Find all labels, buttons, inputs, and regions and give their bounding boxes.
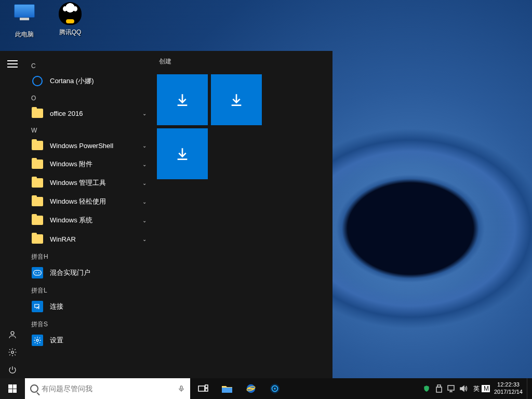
desktop-icons: 此电脑 腾讯QQ — [6, 2, 88, 39]
app-item-ease-of-access[interactable]: Windows 轻松使用 ⌄ — [25, 192, 154, 211]
taskbar-clock[interactable]: 12:22:33 2017/12/14 — [490, 381, 527, 396]
svg-rect-18 — [448, 385, 454, 390]
tile-download-2[interactable] — [211, 74, 262, 125]
app-label: Windows 管理工具 — [50, 178, 106, 188]
list-header[interactable]: C — [31, 62, 154, 70]
search-input[interactable] — [42, 384, 175, 393]
svg-point-0 — [11, 331, 14, 335]
tray-volume-icon[interactable] — [460, 384, 468, 393]
chevron-down-icon: ⌄ — [142, 162, 147, 167]
app-label: 设置 — [50, 336, 63, 345]
folder-icon — [31, 233, 44, 245]
list-header[interactable]: 拼音S — [31, 320, 154, 329]
tiles-group-header[interactable]: 创建 — [157, 57, 332, 66]
tray-usb-icon[interactable] — [435, 384, 443, 393]
folder-icon — [31, 177, 44, 189]
ime-language[interactable]: 英 — [471, 384, 482, 393]
mixed-reality-icon — [31, 267, 44, 279]
svg-rect-8 — [198, 386, 205, 391]
tile-download-3[interactable] — [157, 128, 208, 179]
desktop-icon-qq[interactable]: 腾讯QQ — [52, 2, 88, 39]
app-label: 连接 — [50, 302, 63, 311]
svg-rect-9 — [205, 385, 208, 388]
svg-point-1 — [11, 351, 14, 354]
tiles-grid — [157, 74, 266, 179]
clock-time: 12:22:33 — [494, 381, 523, 389]
start-button[interactable] — [0, 378, 25, 399]
settings-gear-icon[interactable] — [7, 347, 18, 357]
list-header[interactable]: W — [31, 127, 154, 134]
taskbar: 英 M 12:22:33 2017/12/14 — [0, 378, 532, 399]
tile-download-1[interactable] — [157, 74, 208, 125]
chevron-down-icon: ⌄ — [142, 143, 147, 149]
windows-logo-icon — [8, 384, 17, 393]
svg-rect-2 — [34, 270, 42, 275]
user-account-icon[interactable] — [7, 329, 18, 340]
svg-point-4 — [38, 272, 39, 273]
app-label: office 2016 — [50, 110, 83, 117]
qq-icon — [58, 2, 83, 27]
app-item-powershell[interactable]: Windows PowerShell ⌄ — [25, 136, 154, 155]
start-menu: C Cortana (小娜) O office 2016 ⌄ W Windows… — [0, 51, 332, 378]
clock-date: 2017/12/14 — [494, 389, 523, 396]
connect-icon — [31, 300, 44, 313]
folder-icon — [31, 158, 44, 170]
microphone-icon[interactable] — [178, 383, 185, 394]
desktop-icon-label: 此电脑 — [6, 30, 43, 39]
search-box[interactable] — [25, 378, 190, 399]
chevron-down-icon: ⌄ — [142, 111, 147, 116]
svg-rect-17 — [436, 387, 442, 392]
tray-network-icon[interactable] — [447, 384, 456, 393]
svg-rect-7 — [180, 386, 182, 389]
settings-tile-icon — [31, 334, 44, 347]
app-item-mixed-reality[interactable]: 混合实现门户 — [25, 263, 154, 282]
app-item-accessories[interactable]: Windows 附件 ⌄ — [25, 155, 154, 174]
desktop-icon-this-pc[interactable]: 此电脑 — [6, 2, 43, 39]
app-label: Cortana (小娜) — [50, 76, 94, 86]
folder-icon — [31, 107, 44, 119]
start-menu-tiles: 创建 — [154, 51, 332, 378]
folder-icon — [31, 214, 44, 227]
ime-indicator[interactable]: M — [482, 385, 490, 392]
desktop-icon-label: 腾讯QQ — [52, 28, 88, 37]
folder-icon — [31, 195, 44, 208]
app-item-cortana[interactable]: Cortana (小娜) — [25, 72, 154, 90]
cortana-icon — [31, 75, 44, 87]
app-label: Windows 系统 — [50, 216, 92, 225]
taskbar-browser[interactable] — [263, 378, 287, 399]
app-item-winrar[interactable]: WinRAR ⌄ — [25, 230, 154, 248]
power-icon[interactable] — [7, 365, 18, 375]
app-label: Windows PowerShell — [50, 142, 113, 150]
list-header[interactable]: 拼音H — [31, 252, 154, 261]
app-item-admin-tools[interactable]: Windows 管理工具 ⌄ — [25, 174, 154, 192]
start-menu-rail — [0, 51, 25, 378]
app-item-windows-system[interactable]: Windows 系统 ⌄ — [25, 211, 154, 230]
tray-icons — [419, 384, 471, 393]
svg-point-15 — [274, 388, 276, 390]
app-item-connect[interactable]: 连接 — [25, 297, 154, 316]
app-label: Windows 附件 — [50, 159, 92, 169]
tray-security-icon[interactable] — [422, 384, 431, 393]
folder-icon — [31, 139, 44, 152]
svg-point-6 — [36, 339, 38, 341]
chevron-down-icon: ⌄ — [142, 236, 147, 242]
chevron-down-icon: ⌄ — [142, 180, 147, 186]
show-desktop-button[interactable] — [527, 378, 530, 399]
list-header[interactable]: O — [31, 95, 154, 102]
list-header[interactable]: 拼音L — [31, 286, 154, 295]
app-item-office[interactable]: office 2016 ⌄ — [25, 104, 154, 123]
task-view-button[interactable] — [191, 378, 215, 399]
hamburger-icon[interactable] — [7, 60, 18, 68]
app-label: WinRAR — [50, 235, 76, 243]
search-icon — [30, 384, 38, 393]
taskbar-pinned-apps — [191, 378, 287, 399]
svg-point-3 — [35, 272, 36, 273]
start-menu-app-list: C Cortana (小娜) O office 2016 ⌄ W Windows… — [25, 51, 154, 378]
system-tray: 英 M 12:22:33 2017/12/14 — [419, 378, 532, 399]
taskbar-file-explorer[interactable] — [215, 378, 239, 399]
chevron-down-icon: ⌄ — [142, 199, 147, 205]
taskbar-ie[interactable] — [239, 378, 263, 399]
app-label: 混合实现门户 — [50, 268, 90, 277]
app-item-settings[interactable]: 设置 — [25, 331, 154, 350]
monitor-icon — [12, 4, 37, 29]
